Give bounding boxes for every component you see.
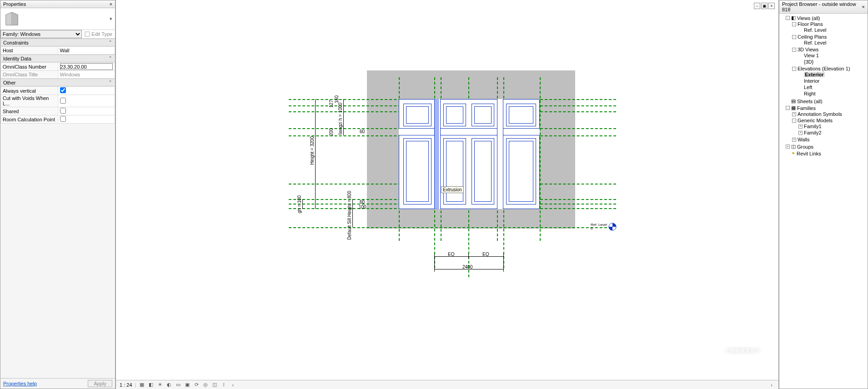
family1-node[interactable]: +Family1 (798, 124, 868, 129)
extrusion-label: Extrusion (441, 186, 464, 193)
svg-rect-0 (85, 32, 90, 36)
omniclass-number-input[interactable] (60, 63, 113, 70)
right-node[interactable]: Right (798, 91, 868, 96)
host-row: HostWall (1, 47, 115, 55)
groups-icon: ◫ (791, 144, 796, 150)
ceiling-plans-node[interactable]: -Ceiling Plans (792, 34, 868, 40)
identity-section-header[interactable]: Identity Data⌃ (0, 55, 115, 62)
host-value[interactable]: Wall (58, 47, 115, 55)
temp-hide-icon[interactable]: ◎ (202, 382, 209, 388)
edit-type-button[interactable]: Edit Type (82, 31, 115, 37)
family2-node[interactable]: +Family2 (798, 130, 868, 135)
always-vertical-checkbox[interactable] (60, 87, 66, 93)
extrusion-element[interactable] (434, 99, 439, 209)
edit-type-icon (85, 31, 90, 37)
elevation-drawing: Extrusion Height = 3200 gh = 100 Default… (116, 0, 778, 380)
view-statusbar: 1 : 24 | ▦ ◧ ☀ ◐ ▭ ▣ ⟳ ◎ ◫ ⟟ ‹ › (116, 380, 778, 389)
level-head-icon (608, 223, 617, 231)
other-section-header[interactable]: Other⌃ (0, 79, 115, 86)
families-node[interactable]: -▦Families (786, 105, 868, 111)
view1-node[interactable]: View 1 (798, 53, 868, 58)
nav-left-icon[interactable]: ‹ (230, 382, 236, 388)
mullion-right[interactable] (497, 99, 503, 209)
constraints-section-header[interactable]: Constraints⌃ (0, 39, 115, 46)
crop-region-icon[interactable]: ▣ (184, 382, 191, 388)
project-browser-panel: Project Browser - outside window 818 × -… (779, 0, 868, 389)
dim-liangzi-label: liangzi h = 1000 (338, 103, 343, 135)
omniclass-title-row: OmniClass TitleWindows (1, 71, 115, 79)
view3d-node[interactable]: {3D} (798, 59, 868, 65)
dim-height-line[interactable] (315, 99, 316, 209)
properties-help-link[interactable]: Properties help (3, 381, 37, 386)
crop-view-icon[interactable]: ▭ (175, 382, 181, 388)
dim-liangzi-line[interactable] (343, 99, 344, 135)
dim-width-label: 2400 (462, 264, 472, 269)
ref-level-fp-node[interactable]: Ref. Level (798, 27, 868, 33)
collapse-icon: ⌃ (108, 55, 112, 61)
elevations-node[interactable]: -Elevations (Elevation 1) (792, 66, 868, 71)
sun-path-icon[interactable]: ☀ (157, 382, 163, 388)
sash-top-1[interactable] (403, 104, 431, 126)
exterior-node[interactable]: Exterior (798, 72, 868, 77)
always-vertical-row: Always vertical (1, 87, 115, 95)
transom[interactable] (399, 128, 540, 135)
omniclass-title-value: Windows (58, 71, 115, 79)
visual-style-icon[interactable]: ◧ (148, 382, 154, 388)
scale-value[interactable]: 1 : 24 (120, 382, 132, 388)
type-preview[interactable]: ▾ (0, 8, 115, 30)
room-calc-checkbox[interactable] (60, 116, 66, 122)
dim-eq2-label: EQ (482, 252, 489, 257)
dim-tick (503, 259, 504, 272)
sash-top-3[interactable] (472, 104, 494, 126)
room-calc-row: Room Calculation Point (1, 115, 115, 124)
lock-3d-icon[interactable]: ⟳ (193, 382, 200, 388)
collapse-icon: ⌃ (108, 80, 112, 85)
ref-level-cp-node[interactable]: Ref. Level (798, 40, 868, 45)
dim-160-label: 160 (334, 95, 339, 103)
nav-right-icon[interactable]: › (768, 382, 775, 388)
left-node[interactable]: Left (798, 85, 868, 90)
revit-links-node[interactable]: ⚭Revit Links (786, 150, 868, 156)
groups-node[interactable]: +◫Groups (786, 144, 868, 150)
properties-header: Properties × (0, 0, 115, 8)
ref-plane-v[interactable] (540, 77, 541, 241)
drawing-canvas[interactable]: – ▣ × (116, 0, 778, 380)
sash-top-2[interactable] (443, 104, 466, 126)
floor-plans-node[interactable]: -Floor Plans (792, 21, 868, 27)
dim-gh-line[interactable] (302, 199, 303, 209)
other-table: Always vertical Cut with Voids When L...… (0, 86, 115, 124)
sash-bottom-3[interactable] (472, 138, 494, 204)
views-all-node[interactable]: -◧Views (all) (786, 15, 868, 21)
sash-bottom-4[interactable] (506, 138, 536, 204)
properties-close-icon[interactable]: × (110, 1, 112, 7)
properties-footer: Properties help Apply (0, 378, 115, 389)
wechat-icon (698, 339, 721, 362)
dim-tick (503, 254, 504, 259)
collapse-icon: ⌃ (108, 40, 112, 45)
detail-level-icon[interactable]: ▦ (139, 382, 145, 388)
cut-voids-row: Cut with Voids When L... (1, 95, 115, 107)
sash-top-4[interactable] (506, 104, 536, 126)
3d-views-node[interactable]: -3D Views (792, 47, 868, 52)
cut-voids-checkbox[interactable] (60, 98, 66, 104)
apply-button[interactable]: Apply (88, 380, 112, 387)
ref-level-value: 0 (591, 227, 607, 230)
sash-bottom-1[interactable] (403, 138, 431, 204)
reveal-constraints-icon[interactable]: ⟟ (221, 382, 227, 388)
reveal-icon[interactable]: ◫ (211, 382, 218, 388)
shadows-icon[interactable]: ◐ (166, 382, 172, 388)
dim-sill-line[interactable] (352, 199, 353, 227)
ref-plane-ground[interactable] (289, 227, 616, 228)
annotation-node[interactable]: +Annotation Symbols (792, 111, 868, 117)
sash-bottom-2[interactable] (443, 138, 466, 204)
project-browser-close-icon[interactable]: × (862, 4, 865, 10)
shared-checkbox[interactable] (60, 108, 66, 114)
dim-60b-label: 60 (360, 199, 365, 204)
family-selector[interactable]: Family: Windows (0, 30, 82, 38)
sheets-node[interactable]: ▤Sheets (all) (786, 98, 868, 104)
generic-models-node[interactable]: -Generic Models (792, 118, 868, 123)
ref-level-marker[interactable]: Ref. Level 0 (591, 223, 617, 231)
dim-eq-line[interactable] (434, 256, 503, 257)
walls-node[interactable]: +Walls (792, 137, 868, 142)
interior-node[interactable]: Interior (798, 78, 868, 84)
